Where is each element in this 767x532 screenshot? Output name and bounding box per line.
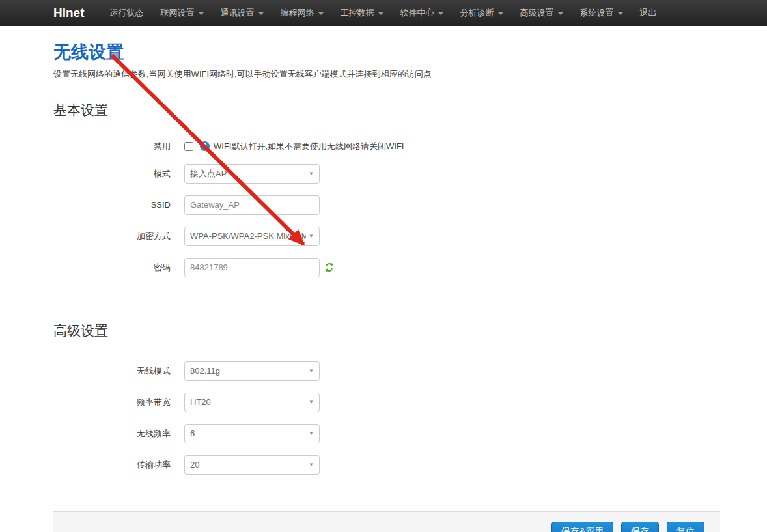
mode-select[interactable]: 接入点AP ▼ [184,164,320,184]
save-apply-button[interactable]: 保存&应用 [551,522,613,532]
encryption-row: 加密方式 WPA-PSK/WPA2-PSK Mixed Mode ▼ [53,227,720,246]
top-navbar: Hinet 运行状态 联网设置 通讯设置 编程网络 工控数据 软件中心 分析诊断… [0,0,767,26]
ssid-row: SSID [53,195,720,215]
tx-power-label: 传输功率 [53,459,171,471]
chevron-down-icon [199,12,204,15]
reset-button[interactable]: 复位 [667,522,704,532]
nav-item-network-settings[interactable]: 联网设置 [152,0,212,26]
chevron-down-icon [618,12,623,15]
main-content: 无线设置 设置无线网络的通信参数,当网关使用WIFI网络时,可以手动设置无线客户… [53,40,720,532]
chevron-down-icon: ▼ [309,368,314,374]
nav-item-label: 通讯设置 [221,7,255,19]
bandwidth-row: 频率带宽 HT20 ▼ [53,393,720,412]
advanced-settings-heading: 高级设置 [53,322,720,340]
tx-power-select-value: 20 [190,460,306,469]
password-row: 密码 [53,258,720,277]
chevron-down-icon [498,12,503,15]
chevron-down-icon: ▼ [309,171,314,176]
nav-item-label: 高级设置 [520,7,554,19]
encryption-select-value: WPA-PSK/WPA2-PSK Mixed Mode [190,231,306,241]
disable-help-text: WIFI默认打开,如果不需要使用无线网络请关闭WIFI [214,141,404,152]
chevron-down-icon [258,12,264,15]
nav-item-status[interactable]: 运行状态 [102,0,152,26]
nav-item-label: 编程网络 [281,7,314,19]
page-subtitle: 设置无线网络的通信参数,当网关使用WIFI网络时,可以手动设置无线客户端模式并连… [53,68,720,80]
tx-power-select[interactable]: 20 ▼ [184,455,320,475]
chevron-down-icon [378,12,384,15]
channel-select-value: 6 [190,428,306,438]
bandwidth-label: 频率带宽 [53,397,171,408]
ssid-input[interactable] [184,195,320,215]
help-icon[interactable]: ? [200,141,210,151]
encryption-select[interactable]: WPA-PSK/WPA2-PSK Mixed Mode ▼ [184,227,320,246]
save-button[interactable]: 保存 [621,522,659,532]
encryption-label: 加密方式 [53,231,171,242]
page-title: 无线设置 [53,40,720,64]
chevron-down-icon [438,12,443,15]
bandwidth-select-value: HT20 [190,397,306,407]
nav-item-advanced-settings[interactable]: 高级设置 [512,0,572,26]
nav-item-logout[interactable]: 退出 [632,0,665,26]
channel-label: 无线频率 [53,428,171,440]
password-label: 密码 [53,262,171,273]
chevron-down-icon: ▼ [309,233,314,239]
nav-item-label: 系统设置 [580,7,614,19]
wireless-mode-label: 无线模式 [53,365,171,377]
mode-select-value: 接入点AP [190,168,306,180]
tx-power-row: 传输功率 20 ▼ [53,455,720,475]
nav-item-label: 工控数据 [341,7,374,19]
wireless-mode-select-value: 802.11g [190,366,306,376]
nav-item-comm-settings[interactable]: 通讯设置 [212,0,272,26]
wireless-mode-row: 无线模式 802.11g ▼ [53,361,720,381]
bandwidth-select[interactable]: HT20 ▼ [184,393,320,412]
brand-logo[interactable]: Hinet [53,0,85,26]
basic-settings-heading: 基本设置 [53,101,720,119]
channel-row: 无线频率 6 ▼ [53,424,720,443]
nav-item-system-settings[interactable]: 系统设置 [572,0,632,26]
disable-checkbox[interactable] [184,142,193,151]
disable-row: 禁用 ? WIFI默认打开,如果不需要使用无线网络请关闭WIFI [53,141,720,152]
channel-select[interactable]: 6 ▼ [184,424,320,443]
ssid-label: SSID [53,200,171,210]
chevron-down-icon: ▼ [309,430,314,436]
nav-item-label: 软件中心 [400,7,434,19]
nav-item-label: 退出 [640,7,657,19]
chevron-down-icon [558,12,563,15]
chevron-down-icon [318,12,324,15]
disable-help: ? WIFI默认打开,如果不需要使用无线网络请关闭WIFI [200,141,404,152]
mode-label: 模式 [53,168,171,180]
mode-row: 模式 接入点AP ▼ [53,164,720,184]
password-input[interactable] [184,258,320,277]
chevron-down-icon: ▼ [309,462,314,468]
nav-item-label: 运行状态 [110,7,144,19]
generate-password-refresh-icon[interactable] [324,262,334,272]
nav-item-diagnosis[interactable]: 分析诊断 [452,0,512,26]
nav-item-label: 分析诊断 [460,7,494,19]
chevron-down-icon: ▼ [309,399,314,405]
nav-item-software-center[interactable]: 软件中心 [392,0,452,26]
action-bar: 保存&应用 保存 复位 [53,511,720,532]
nav-item-industrial-data[interactable]: 工控数据 [332,0,392,26]
disable-label: 禁用 [53,141,171,152]
nav-item-label: 联网设置 [161,7,195,19]
nav-item-programming-network[interactable]: 编程网络 [272,0,332,26]
wireless-mode-select[interactable]: 802.11g ▼ [184,361,320,381]
